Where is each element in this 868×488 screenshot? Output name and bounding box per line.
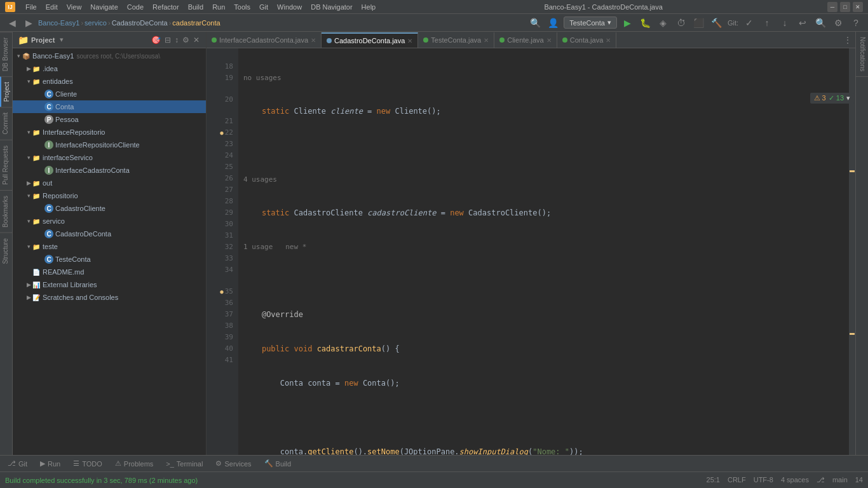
menu-file[interactable]: File bbox=[22, 2, 41, 12]
tree-teste[interactable]: ▾ 📁 teste bbox=[13, 240, 206, 253]
tree-root[interactable]: ▾ 📦 Banco-Easy1 sources root, C:\Users\s… bbox=[13, 50, 206, 62]
git-push-button[interactable]: ↑ bbox=[760, 16, 774, 30]
indent-setting[interactable]: 4 spaces bbox=[781, 476, 809, 484]
git-commit-button[interactable]: ✓ bbox=[742, 16, 756, 30]
build-button[interactable]: 🔨 bbox=[710, 16, 724, 30]
tree-repositorio[interactable]: ▾ 📁 Repositorio bbox=[13, 189, 206, 202]
nav-search-button[interactable]: 🔍 bbox=[528, 16, 542, 30]
menu-window[interactable]: Window bbox=[273, 2, 306, 12]
run-button[interactable]: ▶ bbox=[621, 16, 635, 30]
nav-back-button[interactable]: ◀ bbox=[5, 16, 19, 30]
breadcrumb-project[interactable]: Banco-Easy1 bbox=[38, 19, 79, 27]
code-area[interactable]: no usages static Cliente cliente = new C… bbox=[238, 48, 849, 455]
tree-interface-repo-cliente[interactable]: I InterfaceRepositorioCliente bbox=[13, 139, 206, 151]
sidebar-commit[interactable]: Commit bbox=[0, 107, 12, 139]
expand-icon[interactable]: ▾ bbox=[846, 94, 850, 102]
sidebar-bookmarks[interactable]: Bookmarks bbox=[0, 190, 12, 233]
stop-button[interactable]: ⬛ bbox=[692, 16, 706, 30]
run-configuration[interactable]: TesteConta ▾ bbox=[564, 17, 617, 29]
close-button[interactable]: ✕ bbox=[853, 2, 863, 12]
minimize-button[interactable]: ─ bbox=[827, 2, 837, 12]
tree-servico[interactable]: ▾ 📁 servico bbox=[13, 215, 206, 227]
menu-run[interactable]: Run bbox=[208, 2, 229, 12]
right-notifications[interactable]: Notifications bbox=[856, 32, 868, 77]
breadcrumb-method[interactable]: cadastrarConta bbox=[172, 19, 220, 27]
git-update-button[interactable]: ↓ bbox=[778, 16, 792, 30]
tree-readme[interactable]: 📄 README.md bbox=[13, 266, 206, 278]
menu-navigate[interactable]: Navigate bbox=[86, 2, 121, 12]
tab-close[interactable]: ✕ bbox=[606, 37, 611, 44]
nav-profile-button[interactable]: 👤 bbox=[546, 16, 560, 30]
hide-panel-icon[interactable]: ✕ bbox=[192, 34, 201, 46]
cursor-position[interactable]: 25:1 bbox=[707, 476, 720, 484]
tree-interface-cadastro-conta[interactable]: I InterfaceCadastroConta bbox=[13, 164, 206, 177]
menu-help[interactable]: Help bbox=[358, 2, 380, 12]
menu-git[interactable]: Git bbox=[255, 2, 272, 12]
tab-close[interactable]: ✕ bbox=[546, 37, 552, 44]
breadcrumb-package[interactable]: servico bbox=[85, 19, 107, 27]
menu-build[interactable]: Build bbox=[184, 2, 207, 12]
locate-file-icon[interactable]: 🎯 bbox=[150, 34, 162, 46]
menu-refactor[interactable]: Refactor bbox=[149, 2, 183, 12]
tree-cadastro-de-conta[interactable]: C CadastroDeConta bbox=[13, 227, 206, 240]
tree-cliente[interactable]: C Cliente bbox=[13, 88, 206, 100]
sort-icon[interactable]: ↕ bbox=[173, 34, 180, 46]
tab-todo[interactable]: ☰ TODO bbox=[71, 458, 105, 469]
tree-scratches[interactable]: ▶ 📝 Scratches and Consoles bbox=[13, 291, 206, 304]
run-config-label: TesteConta bbox=[569, 19, 605, 27]
sidebar-pull-requests[interactable]: Pull Requests bbox=[0, 140, 12, 190]
tab-teste-conta[interactable]: TesteConta.java ✕ bbox=[418, 32, 494, 48]
sidebar-structure[interactable]: Structure bbox=[0, 233, 12, 269]
find-button[interactable]: 🔍 bbox=[813, 16, 827, 30]
tree-cadastro-cliente[interactable]: C CadastroCliente bbox=[13, 202, 206, 215]
tab-close[interactable]: ✕ bbox=[484, 37, 489, 44]
menu-view[interactable]: View bbox=[63, 2, 86, 12]
git-undo-button[interactable]: ↩ bbox=[796, 16, 810, 30]
coverage-button[interactable]: ◈ bbox=[656, 16, 670, 30]
tree-out[interactable]: ▶ 📁 out bbox=[13, 177, 206, 189]
tab-build[interactable]: 🔨 Build bbox=[262, 458, 294, 469]
menu-db-navigator[interactable]: DB Navigator bbox=[307, 2, 356, 12]
ext-lib-label: External Libraries bbox=[43, 281, 97, 288]
tab-cliente[interactable]: Cliente.java ✕ bbox=[494, 32, 557, 48]
line-ending[interactable]: CRLF bbox=[728, 476, 746, 484]
tree-interface-servico[interactable]: ▾ 📁 interfaceServico bbox=[13, 151, 206, 164]
tab-terminal[interactable]: >_ Terminal bbox=[163, 459, 205, 469]
settings-button[interactable]: ⚙ bbox=[831, 16, 845, 30]
breadcrumb-class[interactable]: CadastroDeConta bbox=[112, 19, 168, 27]
menu-edit[interactable]: Edit bbox=[42, 2, 62, 12]
profile-run-button[interactable]: ⏱ bbox=[674, 16, 688, 30]
debug-button[interactable]: 🐛 bbox=[639, 16, 653, 30]
branch-name[interactable]: main bbox=[832, 476, 848, 484]
tab-git[interactable]: ⎇ Git bbox=[5, 458, 30, 469]
charset[interactable]: UTF-8 bbox=[754, 476, 773, 484]
tab-cadastro-de-conta[interactable]: CadastroDeConta.java ✕ bbox=[322, 32, 418, 48]
menu-code[interactable]: Code bbox=[123, 2, 147, 12]
tree-conta[interactable]: C Conta bbox=[13, 100, 206, 113]
tab-close[interactable]: ✕ bbox=[407, 37, 412, 44]
tree-teste-conta[interactable]: C TesteConta bbox=[13, 253, 206, 266]
nav-forward-button[interactable]: ▶ bbox=[22, 16, 36, 30]
hint-no-usages bbox=[207, 51, 233, 61]
tab-run[interactable]: ▶ Run bbox=[37, 458, 63, 469]
tree-idea[interactable]: ▶ 📁 .idea bbox=[13, 62, 206, 75]
project-dropdown-icon[interactable]: ▾ bbox=[60, 36, 64, 44]
tab-conta[interactable]: Conta.java ✕ bbox=[557, 32, 617, 48]
sidebar-db-browser[interactable]: DB Browser bbox=[0, 32, 12, 76]
tree-entidades[interactable]: ▾ 📁 entidades bbox=[13, 75, 206, 88]
project-settings-icon[interactable]: ⚙ bbox=[181, 34, 191, 46]
sidebar-project[interactable]: Project bbox=[0, 76, 12, 107]
tab-services[interactable]: ⚙ Services bbox=[213, 458, 254, 469]
tree-pessoa[interactable]: P Pessoa bbox=[13, 113, 206, 126]
tree-external-libraries[interactable]: ▶ 📊 External Libraries bbox=[13, 278, 206, 291]
code-line-24: Conta conta = new Conta(); bbox=[243, 377, 844, 389]
menu-tools[interactable]: Tools bbox=[230, 2, 254, 12]
help-button[interactable]: ? bbox=[849, 16, 863, 30]
maximize-button[interactable]: □ bbox=[840, 2, 850, 12]
tree-interface-repositorio[interactable]: ▾ 📁 InterfaceRepositorio bbox=[13, 126, 206, 139]
tab-interface-cadastro[interactable]: InterfaceCadastroConta.java ✕ bbox=[207, 32, 322, 48]
tabs-more-button[interactable]: ⋮ bbox=[840, 32, 855, 48]
tab-problems[interactable]: ⚠ Problems bbox=[112, 458, 156, 469]
tab-close[interactable]: ✕ bbox=[311, 37, 316, 44]
collapse-all-icon[interactable]: ⊟ bbox=[163, 34, 172, 46]
